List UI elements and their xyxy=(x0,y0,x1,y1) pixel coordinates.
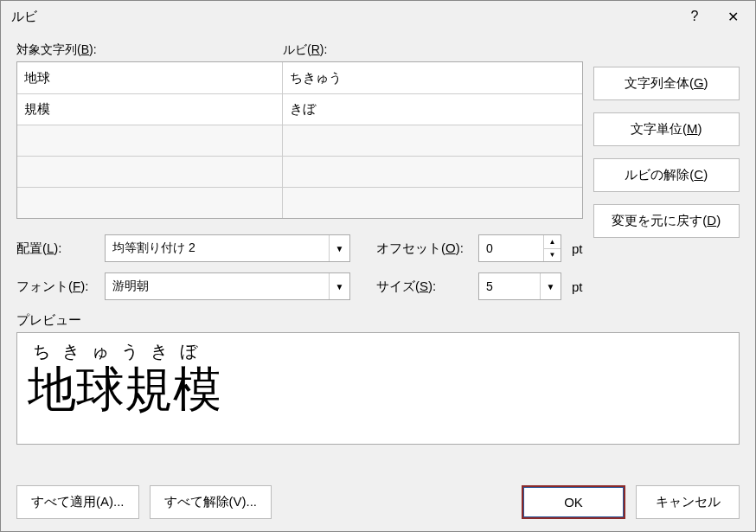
remove-all-button[interactable]: すべて解除(V)... xyxy=(150,485,272,519)
whole-string-button[interactable]: 文字列全体(G) xyxy=(593,67,740,100)
ruby-input-0[interactable] xyxy=(283,62,582,93)
table-row xyxy=(17,125,582,156)
offset-value: 0 xyxy=(486,241,493,255)
chevron-down-icon: ▼ xyxy=(329,273,349,299)
chevron-down-icon: ▼ xyxy=(540,273,561,299)
alignment-combo[interactable]: 均等割り付け 2 ▼ xyxy=(105,234,350,262)
ruby-grid xyxy=(16,61,583,219)
target-input-3[interactable] xyxy=(17,157,283,187)
target-column-label: 対象文字列(B): xyxy=(16,42,283,58)
titlebar: ルビ ? ✕ xyxy=(1,1,755,32)
dialog-content: 対象文字列(B): ルビ(R): xyxy=(1,32,755,477)
spinner-up-icon[interactable]: ▲ xyxy=(544,235,561,249)
ruby-input-3[interactable] xyxy=(283,157,582,187)
preview-content: ちきゅうきぼ 地球規模 xyxy=(28,340,728,417)
table-row xyxy=(17,93,582,125)
preview-base-text: 地球規模 xyxy=(28,363,728,417)
spinner-down-icon[interactable]: ▼ xyxy=(544,249,561,262)
size-label: サイズ(S): xyxy=(376,279,471,295)
ruby-input-1[interactable] xyxy=(283,94,582,125)
close-button[interactable]: ✕ xyxy=(714,3,752,30)
table-row xyxy=(17,156,582,187)
cancel-button[interactable]: キャンセル xyxy=(636,485,740,519)
offset-label: オフセット(O): xyxy=(376,240,471,257)
size-combo[interactable]: 5 ▼ xyxy=(478,272,561,300)
dialog-title: ルビ xyxy=(11,9,676,25)
offset-spinner[interactable]: 0 ▲ ▼ xyxy=(478,234,561,262)
ruby-input-2[interactable] xyxy=(283,125,582,156)
font-label: フォント(F): xyxy=(16,279,98,295)
ok-button[interactable]: OK xyxy=(522,485,625,519)
target-input-1[interactable] xyxy=(17,94,283,125)
offset-unit: pt xyxy=(572,241,583,256)
size-value: 5 xyxy=(486,279,493,293)
help-button[interactable]: ? xyxy=(676,3,714,30)
ruby-input-4[interactable] xyxy=(283,188,582,218)
font-combo[interactable]: 游明朝 ▼ xyxy=(105,272,350,300)
alignment-value: 均等割り付け 2 xyxy=(112,240,195,256)
size-unit: pt xyxy=(572,279,583,294)
chevron-down-icon: ▼ xyxy=(329,235,349,261)
table-row xyxy=(17,62,582,93)
font-value: 游明朝 xyxy=(112,279,149,294)
dialog-footer: すべて適用(A)... すべて解除(V)... OK キャンセル xyxy=(1,477,755,531)
target-input-0[interactable] xyxy=(17,62,283,93)
preview-label: プレビュー xyxy=(16,312,740,329)
reset-changes-button[interactable]: 変更を元に戻す(D) xyxy=(593,204,740,238)
ruby-dialog: ルビ ? ✕ 対象文字列(B): ルビ(R): xyxy=(0,0,756,532)
ruby-column-label: ルビ(R): xyxy=(283,42,327,58)
character-unit-button[interactable]: 文字単位(M) xyxy=(593,112,740,146)
alignment-label: 配置(L): xyxy=(16,240,98,257)
preview-box: ちきゅうきぼ 地球規模 xyxy=(16,332,740,445)
clear-ruby-button[interactable]: ルビの解除(C) xyxy=(593,158,740,192)
target-input-2[interactable] xyxy=(17,125,283,156)
table-row xyxy=(17,187,582,218)
close-icon: ✕ xyxy=(727,9,739,25)
target-input-4[interactable] xyxy=(17,188,283,218)
apply-all-button[interactable]: すべて適用(A)... xyxy=(16,485,139,519)
preview-ruby-text: ちきゅうきぼ xyxy=(28,340,728,363)
